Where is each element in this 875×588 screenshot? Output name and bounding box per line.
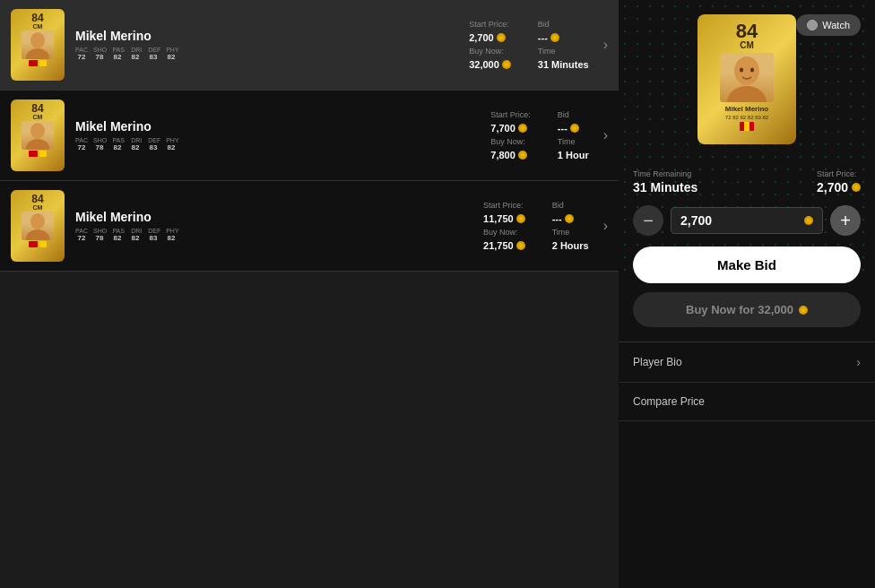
card-flags-3 (29, 241, 47, 247)
card-rating-3: 84 (31, 194, 43, 204)
row-chevron-2: › (603, 127, 608, 143)
player-bio-chevron: › (856, 355, 861, 369)
time-price-row: Time Remaining 31 Minutes Start Price: 2… (619, 169, 875, 205)
player-row-2[interactable]: 84 CM Mikel Merino PAC (0, 91, 619, 181)
coin-icon-detail-sp (852, 183, 861, 192)
bid-controls: − + (619, 205, 875, 246)
time-remaining-value: 31 Minutes (633, 180, 697, 195)
stat-label-def: DEF (148, 47, 160, 53)
watch-button[interactable]: Watch (796, 14, 861, 36)
detail-top: Watch 84 CM Mikel Merino 72 82 9 (619, 0, 875, 169)
coin-icon-sp2 (518, 124, 527, 133)
coin-icon-bn1 (502, 60, 511, 69)
player-row-3[interactable]: 84 CM Mikel Merino PAC (0, 181, 619, 272)
start-price-label-1: Start Price: (469, 20, 511, 29)
coin-icon-bn3 (516, 241, 525, 250)
make-bid-label: Make Bid (717, 257, 776, 272)
pricing-3: Start Price: 11,750 Buy Now: 21,750 Bid … (483, 201, 589, 251)
compare-price-label: Compare Price (633, 395, 705, 408)
stat-label-phy: PHY (166, 47, 178, 53)
mini-card-1: 84 CM (11, 9, 65, 81)
time-label-1: Time (538, 47, 589, 56)
svg-point-4 (30, 213, 45, 229)
svg-point-3 (26, 139, 49, 150)
lc-rating: 84 (736, 22, 758, 41)
time-remaining-col: Time Remaining 31 Minutes (633, 169, 697, 195)
coin-icon-bid1 (550, 33, 559, 42)
coin-icon-bn2 (518, 151, 527, 160)
pricing-1: Start Price: 2,700 Buy Now: 32,000 Bid -… (469, 20, 589, 70)
detail-panel: Watch 84 CM Mikel Merino 72 82 9 (619, 0, 875, 588)
svg-point-0 (30, 32, 45, 48)
coin-icon-sp1 (497, 33, 506, 42)
player-name-2: Mikel Merino (75, 119, 490, 134)
lc-name: Mikel Merino (725, 105, 768, 113)
stat-label-sho: SHO (93, 47, 107, 53)
card-flags-2 (29, 151, 47, 157)
bid-increase-button[interactable]: + (830, 205, 861, 236)
svg-point-7 (727, 86, 767, 102)
stat-value-pas-1: 82 (111, 53, 124, 61)
card-face-2 (22, 121, 54, 150)
card-rating-2: 84 (31, 103, 43, 114)
player-name-1: Mikel Merino (75, 29, 469, 43)
lc-stats: 72 82 92 82 83 82 (725, 115, 768, 120)
svg-point-8 (740, 68, 743, 73)
mini-card-3: 84 CM (11, 190, 65, 262)
bid-amount-input[interactable] (680, 213, 799, 228)
svg-point-9 (750, 68, 754, 73)
time-remaining-label: Time Remaining (633, 169, 697, 178)
stat-value-sho-1: 78 (93, 53, 106, 61)
card-pos-2: CM (33, 114, 43, 120)
player-stats-3: PAC SHO PAS DRI DEF PHY 72 78 82 82 83 8… (75, 228, 483, 242)
bid-value-1: --- (538, 32, 589, 43)
player-row-1[interactable]: 84 CM Mikel Merino PAC (0, 0, 619, 91)
svg-point-2 (30, 123, 45, 139)
coin-icon-sp3 (516, 214, 525, 223)
coin-icon-bid2 (570, 124, 579, 133)
svg-point-5 (26, 229, 49, 240)
pricing-2: Start Price: 7,700 Buy Now: 7,800 Bid --… (490, 110, 588, 160)
card-face-3 (22, 212, 54, 240)
stat-label-pas: PAS (112, 47, 125, 53)
compare-price-row[interactable]: Compare Price (619, 383, 875, 421)
start-price-value-1: 2,700 (469, 32, 511, 43)
player-info-3: Mikel Merino PAC SHO PAS DRI DEF PHY 72 … (75, 210, 483, 242)
row-chevron-1: › (603, 37, 608, 53)
bid-input-wrap (671, 207, 823, 234)
detail-start-price-label: Start Price: (817, 169, 861, 178)
bid-decrease-button[interactable]: − (633, 205, 663, 236)
coin-icon-bid-input (804, 216, 813, 225)
coin-icon-bid3 (565, 214, 574, 223)
player-list: 84 CM Mikel Merino PAC (0, 0, 619, 588)
coin-icon-buy-now (799, 306, 808, 315)
buy-now-value-1: 32,000 (469, 59, 511, 70)
mini-card-2: 84 CM (11, 99, 65, 171)
stat-value-phy-1: 82 (165, 53, 178, 61)
player-stats-2: PAC SHO PAS DRI DEF PHY 72 78 82 82 83 8… (75, 137, 490, 151)
stat-value-pac-1: 72 (75, 53, 88, 61)
lc-pos: CM (740, 41, 754, 50)
buy-now-label: Buy Now for 32,000 (686, 303, 793, 316)
make-bid-button[interactable]: Make Bid (633, 246, 861, 283)
stat-label-pac: PAC (75, 47, 88, 53)
detail-start-price-value: 2,700 (817, 180, 861, 195)
large-player-card: 84 CM Mikel Merino 72 82 92 82 83 82 (697, 14, 796, 144)
player-bio-row[interactable]: Player Bio › (619, 342, 875, 383)
player-info-1: Mikel Merino PAC SHO PAS DRI DEF PHY 72 … (75, 29, 469, 61)
card-pos-1: CM (33, 23, 43, 30)
player-name-3: Mikel Merino (75, 210, 483, 224)
lc-face (720, 53, 774, 102)
svg-point-6 (734, 56, 759, 85)
player-bio-label: Player Bio (633, 356, 682, 368)
player-stats-1: PAC SHO PAS DRI DEF PHY 72 78 82 82 83 8… (75, 47, 469, 61)
card-face-1 (22, 30, 54, 59)
stat-value-dri-1: 82 (129, 53, 142, 61)
buy-now-button[interactable]: Buy Now for 32,000 (633, 292, 861, 327)
bid-label-1: Bid (538, 20, 589, 29)
start-price-col: Start Price: 2,700 (817, 169, 861, 195)
row-chevron-3: › (603, 218, 608, 234)
player-info-2: Mikel Merino PAC SHO PAS DRI DEF PHY 72 … (75, 119, 490, 151)
stat-value-def-1: 83 (147, 53, 160, 61)
svg-point-1 (26, 48, 49, 59)
